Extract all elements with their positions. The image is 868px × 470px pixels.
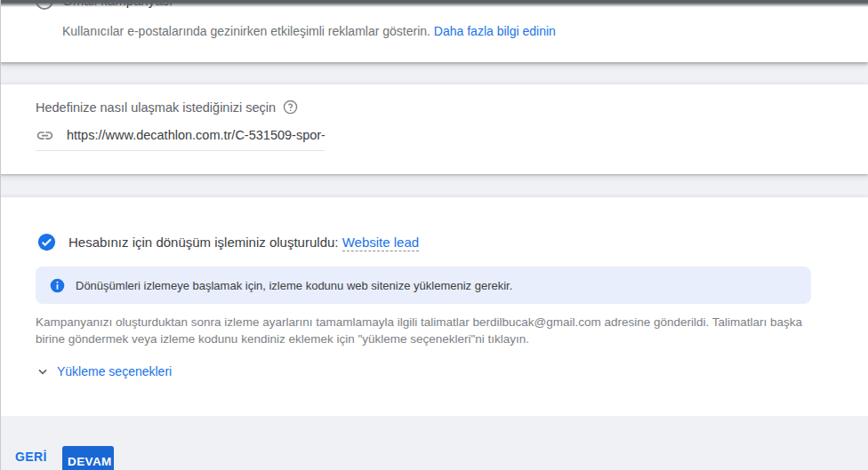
back-button[interactable]: GERİ	[15, 450, 47, 464]
window-left-edge	[0, 0, 1, 470]
wizard-footer: GERİ DEVAM	[0, 416, 868, 470]
chevron-down-icon	[36, 364, 50, 378]
destination-label: Hedefinize nasıl ulaşmak istediğinizi se…	[36, 100, 276, 115]
destination-url-field	[36, 120, 325, 151]
gmail-campaign-description-text: Kullanıcılar e-postalarında gezinirken e…	[62, 24, 434, 38]
conversion-created-row: Hesabınız için dönüşüm işleminiz oluştur…	[37, 233, 419, 251]
continue-button[interactable]: DEVAM	[62, 446, 114, 470]
destination-url-input[interactable]	[67, 128, 325, 142]
info-icon	[50, 278, 65, 293]
conversion-created-label: Hesabınız için dönüşüm işleminiz oluştur…	[68, 235, 342, 250]
goal-destination-card: Hedefinize nasıl ulaşmak istediğinizi se…	[0, 84, 868, 174]
tracking-instructions-text: Kampanyanızı oluşturduktan sonra izleme …	[36, 314, 818, 347]
tracking-info-banner: Dönüşümleri izlemeye başlamak için, izle…	[36, 267, 811, 304]
install-options-label: Yükleme seçenekleri	[57, 364, 172, 378]
gmail-campaign-description: Kullanıcılar e-postalarında gezinirken e…	[62, 24, 556, 38]
install-options-expander[interactable]: Yükleme seçenekleri	[36, 364, 172, 378]
tracking-info-text: Dönüşümleri izlemeye başlamak için, izle…	[76, 279, 512, 292]
header-scroll-shadow	[0, 0, 868, 7]
help-icon[interactable]	[283, 100, 298, 115]
conversion-created-text: Hesabınız için dönüşüm işleminiz oluştur…	[68, 235, 419, 250]
campaign-subtype-card: Gmail kampanyası Kullanıcılar e-postalar…	[0, 0, 868, 62]
link-icon	[36, 126, 54, 145]
learn-more-link[interactable]: Daha fazla bilgi edinin	[434, 24, 556, 38]
check-circle-icon	[37, 233, 56, 251]
conversion-name-link[interactable]: Website lead	[342, 235, 419, 251]
conversion-card: Hesabınız için dönüşüm işleminiz oluştur…	[0, 197, 868, 416]
destination-label-row: Hedefinize nasıl ulaşmak istediğinizi se…	[36, 100, 298, 115]
